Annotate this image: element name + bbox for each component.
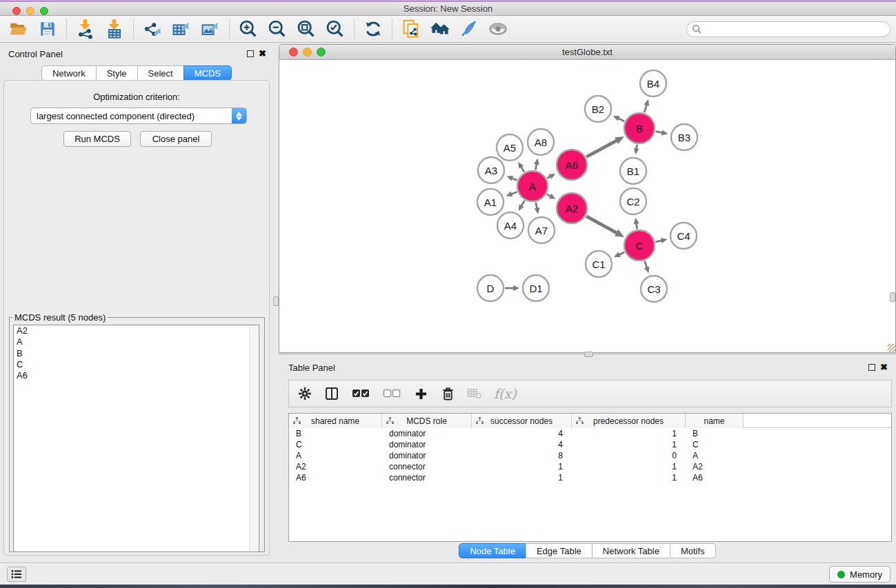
cell-predecessor-nodes[interactable]: 0 (572, 451, 686, 460)
mcds-result-item-A6[interactable]: A6 (14, 370, 259, 381)
close-panel-button[interactable]: Close panel (140, 131, 212, 147)
cell-predecessor-nodes[interactable]: 1 (572, 429, 686, 438)
delete-rows-button[interactable] (440, 385, 455, 402)
export-network-button[interactable] (138, 17, 167, 41)
table-settings-button[interactable] (297, 385, 312, 402)
edge-A-A3[interactable] (506, 176, 517, 181)
delete-table-button[interactable] (467, 385, 482, 402)
cell-successor-nodes[interactable]: 1 (472, 462, 572, 472)
edge-A2-C[interactable] (586, 216, 624, 237)
edge-D-D1[interactable] (505, 285, 519, 291)
network-node-A[interactable]: A (517, 171, 548, 201)
network-node-A7[interactable]: A7 (528, 217, 555, 243)
network-close-button[interactable] (289, 48, 298, 57)
splitter-handle[interactable] (584, 352, 593, 357)
refresh-layout-button[interactable] (359, 17, 388, 41)
deselect-all-button[interactable] (382, 385, 401, 402)
network-node-A6[interactable]: A6 (557, 150, 587, 180)
zoom-window-button[interactable] (40, 7, 48, 15)
cell-predecessor-nodes[interactable]: 1 (572, 462, 686, 472)
column-header-successor-nodes[interactable]: successor nodes (472, 414, 572, 428)
open-session-button[interactable] (4, 17, 33, 41)
table-row[interactable]: Cdominator41C (289, 439, 891, 450)
cell-shared-name[interactable]: A (289, 451, 382, 460)
edge-B-B3[interactable] (656, 130, 668, 136)
new-network-from-selection-button[interactable] (397, 17, 426, 41)
edge-A-A7[interactable] (535, 203, 540, 214)
network-node-B[interactable]: B (624, 113, 655, 143)
network-node-A3[interactable]: A3 (478, 157, 504, 183)
table-tab-edge-table[interactable]: Edge Table (526, 543, 593, 558)
network-minimize-button[interactable] (303, 48, 312, 57)
cell-name[interactable]: B (686, 429, 744, 438)
tab-mcds[interactable]: MCDS (183, 65, 232, 81)
edge-A-A5[interactable] (518, 162, 524, 172)
zoom-fit-button[interactable] (292, 17, 321, 41)
edge-C-C4[interactable] (655, 238, 667, 243)
network-window-titlebar[interactable]: testGlobe.txt (279, 45, 895, 60)
float-panel-button[interactable] (247, 50, 254, 57)
cell-MCDS-role[interactable]: dominator (382, 440, 472, 449)
cell-shared-name[interactable]: A6 (289, 473, 382, 483)
mcds-result-item-A[interactable]: A (14, 336, 259, 347)
cell-MCDS-role[interactable]: connector (382, 462, 472, 472)
memory-button[interactable]: Memory (829, 566, 890, 582)
minimize-window-button[interactable] (26, 7, 34, 15)
table-row[interactable]: A6connector11A6 (289, 472, 891, 483)
edge-C-C2[interactable] (634, 218, 639, 229)
column-header-shared-name[interactable]: shared name (289, 414, 382, 428)
table-tab-node-table[interactable]: Node Table (459, 543, 526, 558)
table-row[interactable]: Bdominator41B (289, 428, 891, 439)
hide-graphics-details-button[interactable] (455, 17, 484, 41)
select-all-button[interactable] (351, 385, 370, 402)
cell-shared-name[interactable]: C (289, 440, 382, 449)
horizontal-splitter[interactable] (279, 353, 896, 358)
cell-name[interactable]: A2 (686, 462, 744, 472)
network-node-D1[interactable]: D1 (523, 275, 549, 301)
close-panel-icon-button[interactable]: ✖ (259, 50, 266, 58)
cell-MCDS-role[interactable]: dominator (382, 429, 472, 438)
edge-B-B4[interactable] (644, 99, 650, 112)
run-mcds-button[interactable]: Run MCDS (63, 131, 131, 147)
mcds-result-item-A2[interactable]: A2 (14, 325, 259, 336)
window-resize-grip[interactable] (888, 344, 895, 352)
edge-A-A8[interactable] (534, 159, 539, 170)
zoom-selected-button[interactable] (321, 17, 350, 41)
edge-A-A1[interactable] (506, 192, 517, 197)
network-node-C3[interactable]: C3 (641, 276, 667, 302)
criterion-dropdown[interactable]: largest connected component (directed) (30, 108, 247, 124)
tab-network[interactable]: Network (41, 65, 97, 81)
cell-MCDS-role[interactable]: dominator (382, 451, 472, 460)
left-splitter-handle[interactable] (273, 296, 279, 306)
network-node-A2[interactable]: A2 (557, 193, 587, 223)
save-session-button[interactable] (33, 17, 62, 41)
bird-eye-view-button[interactable] (484, 17, 512, 41)
cell-successor-nodes[interactable]: 4 (472, 440, 572, 449)
first-neighbors-button[interactable] (426, 17, 455, 41)
cell-successor-nodes[interactable]: 1 (472, 473, 572, 483)
network-node-C4[interactable]: C4 (670, 223, 697, 249)
network-node-C1[interactable]: C1 (586, 251, 612, 277)
cell-predecessor-nodes[interactable]: 1 (572, 440, 686, 449)
mcds-result-item-B[interactable]: B (14, 348, 259, 359)
edge-A6-B[interactable] (586, 136, 624, 157)
cell-shared-name[interactable]: B (289, 429, 382, 438)
edge-C-C1[interactable] (614, 252, 624, 257)
table-tab-motifs[interactable]: Motifs (670, 543, 716, 558)
network-node-A5[interactable]: A5 (497, 134, 523, 161)
network-node-B2[interactable]: B2 (585, 96, 611, 122)
float-table-panel-button[interactable] (868, 364, 875, 371)
tab-select[interactable]: Select (137, 65, 184, 81)
network-node-C2[interactable]: C2 (620, 188, 646, 214)
network-node-A8[interactable]: A8 (528, 129, 554, 155)
network-node-B4[interactable]: B4 (640, 70, 666, 97)
add-row-button[interactable] (413, 385, 428, 402)
network-node-B3[interactable]: B3 (671, 124, 697, 150)
network-node-C[interactable]: C (624, 230, 655, 261)
cell-MCDS-role[interactable]: connector (382, 473, 472, 483)
cell-shared-name[interactable]: A2 (289, 462, 382, 472)
zoom-out-button[interactable] (263, 17, 292, 41)
network-canvas[interactable]: B4B2BB3A8A5A6A3B1AC2A1A2A4A7C4CC1C3DD1 (279, 60, 895, 353)
export-table-button[interactable] (167, 17, 196, 41)
close-table-panel-button[interactable]: ✖ (880, 363, 888, 372)
